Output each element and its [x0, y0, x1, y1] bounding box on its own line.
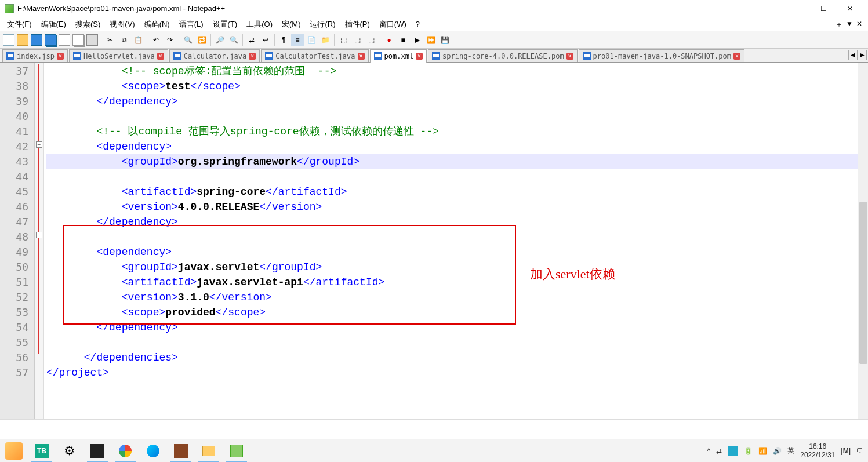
minimize-button[interactable]: —	[783, 0, 810, 17]
file-icon	[73, 52, 81, 60]
menu-item[interactable]: ?	[411, 19, 424, 30]
tb-play-icon[interactable]: ▶	[411, 34, 423, 46]
tray-app-icon[interactable]	[728, 446, 738, 456]
tb-stop-icon[interactable]: ■	[397, 34, 409, 46]
tb-cut-icon[interactable]: ✂	[104, 34, 117, 46]
file-tab[interactable]: pro01-maven-java-1.0-SNAPSHOT.pom×	[579, 49, 744, 62]
file-tab[interactable]: Calculator.java×	[169, 49, 260, 62]
tab-scroll-right-icon[interactable]: ▶	[858, 50, 867, 60]
tab-close-icon[interactable]: ×	[416, 53, 423, 60]
tray-ime[interactable]: 英	[787, 446, 794, 456]
taskbar-app[interactable]: TB	[28, 439, 56, 463]
tb-wrap-icon[interactable]: ↩	[259, 34, 272, 46]
tb-replace-icon[interactable]: 🔁	[195, 34, 208, 46]
tray-m-icon[interactable]: |M|	[841, 447, 851, 455]
tb-undo-icon[interactable]: ↶	[150, 34, 162, 46]
tb-savemacro-icon[interactable]: 💾	[438, 34, 451, 46]
tray-clock[interactable]: 16:16 2022/12/31	[800, 442, 835, 460]
menu-item[interactable]: 设置(T)	[208, 19, 242, 30]
tray-wifi-icon[interactable]: 📶	[758, 447, 767, 455]
line-number: 52	[0, 290, 28, 305]
menu-close-icon[interactable]: ✕	[856, 20, 862, 30]
menu-item[interactable]: 文件(F)	[2, 19, 37, 30]
taskbar-app[interactable]	[111, 439, 139, 463]
menu-item[interactable]: 搜索(S)	[71, 19, 105, 30]
tab-close-icon[interactable]: ×	[157, 53, 164, 60]
tb-indent-icon[interactable]: ≡	[291, 34, 304, 46]
menu-item[interactable]: 语言(L)	[175, 19, 208, 30]
menu-item[interactable]: 窗口(W)	[375, 19, 411, 30]
tb-open-icon[interactable]	[16, 34, 29, 46]
tray-volume-icon[interactable]: 🔊	[773, 447, 782, 455]
tab-close-icon[interactable]: ×	[566, 53, 573, 60]
line-number: 39	[0, 94, 28, 109]
taskbar-app[interactable]	[195, 439, 223, 463]
tb-find-icon[interactable]: 🔍	[181, 34, 194, 46]
tb-record-icon[interactable]: ●	[383, 34, 395, 46]
tb-folder-icon[interactable]: 📁	[319, 34, 332, 46]
file-tab[interactable]: spring-core-4.0.0.RELEASE.pom×	[428, 49, 578, 62]
taskbar-app[interactable]	[139, 439, 167, 463]
menu-item[interactable]: 运行(R)	[305, 19, 340, 30]
taskbar-app[interactable]	[223, 439, 250, 463]
file-tab[interactable]: pom.xml×	[370, 49, 427, 63]
menu-dropdown-icon[interactable]: ▼	[846, 20, 853, 30]
menu-item[interactable]: 插件(P)	[340, 19, 375, 30]
tb-new-icon[interactable]	[2, 34, 15, 46]
line-number: 56	[0, 350, 28, 365]
tray-battery-icon[interactable]: 🔋	[744, 447, 753, 455]
taskbar-app[interactable]	[167, 439, 195, 463]
code-line: <groupId>org.springframework</groupId>	[46, 154, 868, 169]
line-number: 54	[0, 320, 28, 335]
menu-item[interactable]: 编码(N)	[140, 19, 175, 30]
tb-paste-icon[interactable]: 📋	[132, 34, 144, 46]
code-content[interactable]: <!-- scope标签:配置当前依赖的范围 --> <scope>test</…	[44, 63, 868, 419]
maximize-button[interactable]: ☐	[810, 0, 837, 17]
tb-closeall-icon[interactable]	[72, 34, 85, 46]
tray-overflow-icon[interactable]: ^	[707, 447, 711, 455]
tb-redo-icon[interactable]: ↷	[164, 34, 176, 46]
menu-item[interactable]: 工具(O)	[242, 19, 277, 30]
start-button[interactable]	[0, 439, 28, 463]
fold-column[interactable]: − −	[35, 63, 44, 419]
tab-close-icon[interactable]: ×	[249, 53, 256, 60]
fold-toggle-icon[interactable]: −	[36, 232, 42, 238]
tb-print-icon[interactable]	[86, 34, 99, 46]
tray-notification-icon[interactable]: 🗨	[856, 447, 863, 455]
tb-zoomout-icon[interactable]: 🔍	[227, 34, 240, 46]
tab-close-icon[interactable]: ×	[733, 53, 740, 60]
tb-func1-icon[interactable]: ⬚	[337, 34, 350, 46]
tab-close-icon[interactable]: ×	[358, 53, 365, 60]
tb-invisible-icon[interactable]: ¶	[277, 34, 290, 46]
tray-net-icon[interactable]: ⇄	[716, 447, 722, 455]
close-button[interactable]: ✕	[837, 0, 863, 17]
tab-scroll-left-icon[interactable]: ◀	[848, 50, 858, 60]
menu-plus-icon[interactable]: ＋	[836, 20, 842, 30]
tb-playmulti-icon[interactable]: ⏩	[424, 34, 437, 46]
file-tab[interactable]: HelloServlet.java×	[69, 49, 168, 62]
tb-close-icon[interactable]	[58, 34, 71, 46]
tb-func2-icon[interactable]: ⬚	[351, 34, 364, 46]
file-tab[interactable]: index.jsp×	[2, 49, 68, 62]
tb-zoomin-icon[interactable]: 🔎	[213, 34, 226, 46]
fold-toggle-icon[interactable]: −	[36, 141, 42, 148]
tb-lang-icon[interactable]: 📄	[305, 34, 318, 46]
tb-sync-icon[interactable]: ⇄	[245, 34, 258, 46]
file-tab[interactable]: CalculatorTest.java×	[261, 49, 368, 62]
tb-func3-icon[interactable]: ⬚	[365, 34, 377, 46]
tab-close-icon[interactable]: ×	[57, 53, 64, 60]
editor-area[interactable]: 3738394041424344454647484950515253545556…	[0, 63, 868, 419]
tb-copy-icon[interactable]: ⧉	[118, 34, 130, 46]
tab-label: Calculator.java	[184, 52, 246, 60]
file-icon	[374, 52, 382, 60]
tb-saveall-icon[interactable]	[44, 34, 57, 46]
taskbar-app[interactable]: ⚙	[56, 439, 83, 463]
tb-save-icon[interactable]	[30, 34, 43, 46]
tab-bar: index.jsp×HelloServlet.java×Calculator.j…	[0, 49, 868, 63]
taskbar-app[interactable]	[83, 439, 111, 463]
menu-item[interactable]: 编辑(E)	[37, 19, 71, 30]
vertical-scrollbar[interactable]	[858, 63, 868, 419]
line-number: 57	[0, 365, 28, 380]
menu-item[interactable]: 视图(V)	[105, 19, 139, 30]
menu-item[interactable]: 宏(M)	[277, 19, 306, 30]
